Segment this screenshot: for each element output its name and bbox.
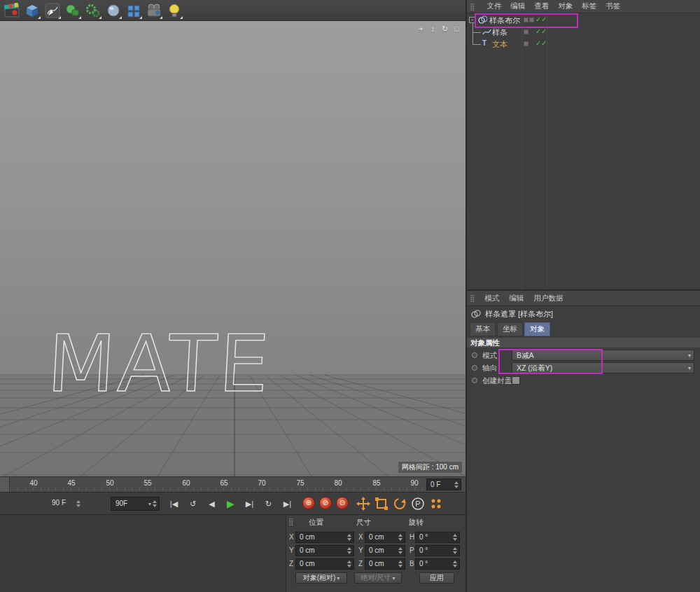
axis-dropdown[interactable]: XZ (沿着Y) ▾ <box>512 362 694 373</box>
menu-bookmarks[interactable]: 书签 <box>606 1 620 11</box>
rotation-b-field[interactable]: 0 ° <box>415 558 460 570</box>
menu-file[interactable]: 文件 <box>486 1 501 11</box>
toggle-view-icon[interactable]: □ <box>452 25 461 34</box>
axis-label: 轴向 <box>482 364 497 373</box>
prev-frame-button[interactable]: ◀ <box>203 495 220 512</box>
size-header: 尺寸 <box>356 518 371 528</box>
cube-primitive-icon[interactable] <box>23 1 41 20</box>
tick-label: 55 <box>144 479 151 487</box>
visibility-dot[interactable] <box>524 29 528 34</box>
enable-check-icon[interactable]: ✓ <box>541 15 547 23</box>
mode-row: 模式 B减A ▾ <box>467 350 700 362</box>
create-cap-row: 创建封盖 <box>467 375 700 387</box>
expand-toggle[interactable]: - <box>469 17 475 23</box>
object-manager-menubar: ⣿ 文件 编辑 查看 对象 标签 书签 <box>467 0 700 13</box>
attribute-title: 样条遮罩 [样条布尔] <box>467 307 553 322</box>
play-backward-button[interactable]: ↺ <box>184 495 202 512</box>
panel-handle-icon[interactable]: ⣿ <box>470 294 475 302</box>
position-x-field[interactable]: 0 cm <box>295 532 354 543</box>
record-pla-icon[interactable] <box>428 496 444 511</box>
enable-check-icon[interactable]: ✓ <box>541 27 547 35</box>
generators-gear-icon[interactable] <box>84 1 102 20</box>
rotation-p-field[interactable]: 0 ° <box>415 545 460 556</box>
panel-handle-icon[interactable]: ⣿ <box>470 3 475 11</box>
tab-object[interactable]: 对象 <box>524 322 550 336</box>
column-divider <box>547 13 547 289</box>
tab-coordinates[interactable]: 坐标 <box>497 322 523 336</box>
position-y-field[interactable]: 0 cm <box>295 545 354 556</box>
spline-pen-icon[interactable] <box>43 1 62 20</box>
frame-range-dropdown[interactable]: 90F ▾ <box>111 497 160 511</box>
create-cap-checkbox[interactable] <box>512 376 520 385</box>
axis-label: Z <box>358 560 363 567</box>
material-manager-area <box>0 515 286 592</box>
size-x-field[interactable]: 0 cm <box>365 532 405 543</box>
autokey-button[interactable]: ⊘ <box>319 497 332 509</box>
tick-label: 50 <box>106 479 113 487</box>
position-z-field[interactable]: 0 cm <box>295 558 354 570</box>
next-frame-button[interactable]: ▶| <box>241 495 258 512</box>
camera-icon[interactable] <box>145 1 163 20</box>
menu-edit[interactable]: 编辑 <box>510 1 525 11</box>
record-parameter-icon[interactable]: P <box>410 496 426 511</box>
play-button[interactable]: ▶ <box>222 495 239 512</box>
enable-check-icon[interactable]: ✓ <box>541 39 547 47</box>
apply-button[interactable]: 应用 <box>419 572 454 584</box>
timeline-playhead[interactable] <box>0 477 10 492</box>
menu-mode[interactable]: 模式 <box>484 294 499 303</box>
animation-dot-icon[interactable] <box>472 352 477 358</box>
zoom-icon[interactable]: ↕ <box>428 25 438 34</box>
coord-abs-dropdown[interactable]: 绝对/尺寸▾ <box>354 572 402 584</box>
animation-dot-icon[interactable] <box>472 365 477 371</box>
loop-button[interactable]: ↻ <box>260 495 277 512</box>
size-z-field[interactable]: 0 cm <box>365 558 405 570</box>
pan-icon[interactable]: + <box>416 25 426 34</box>
end-frame-field[interactable]: 90 F <box>50 497 83 510</box>
array-icon[interactable] <box>125 1 143 20</box>
menu-tags[interactable]: 标签 <box>582 1 596 11</box>
menu-edit[interactable]: 编辑 <box>509 294 524 303</box>
menu-object[interactable]: 对象 <box>558 1 573 11</box>
chevron-down-icon: ▾ <box>688 365 691 371</box>
deformer-sphere-icon[interactable] <box>104 1 122 20</box>
goto-start-button[interactable]: |◀ <box>165 495 183 512</box>
rotation-h-field[interactable]: 0 ° <box>415 532 460 543</box>
current-frame-field[interactable]: 0 F <box>426 479 461 490</box>
coord-mode-dropdown[interactable]: 对象(相对)▾ <box>295 572 347 584</box>
object-label: 文本 <box>492 39 507 50</box>
record-position-icon[interactable] <box>356 496 371 511</box>
section-object-properties[interactable]: 对象属性 <box>467 337 700 348</box>
record-scale-icon[interactable] <box>374 496 389 511</box>
clapperboard-icon[interactable] <box>3 1 21 20</box>
tree-row-spline-boolean[interactable]: - 样条布尔 ✓ ✓ <box>467 15 700 27</box>
menu-user-data[interactable]: 用户数据 <box>533 294 563 303</box>
axis-label: B <box>410 560 414 567</box>
animation-dot-icon[interactable] <box>472 378 477 383</box>
keyframe-selection-button[interactable]: ⊙ <box>336 497 349 509</box>
chevron-down-icon: ▾ <box>688 352 691 359</box>
rotate-view-icon[interactable]: ↻ <box>440 25 449 34</box>
tree-row-spline[interactable]: 样条 ✓ ✓ <box>467 27 700 39</box>
timeline-ruler[interactable]: 40 45 50 55 60 65 70 75 80 85 90 0 F <box>0 476 465 493</box>
visibility-dot[interactable] <box>524 41 528 46</box>
viewport-scene: MATE <box>0 21 465 476</box>
panel-handle-icon[interactable]: ⣿ <box>288 518 293 525</box>
mode-dropdown[interactable]: B减A ▾ <box>512 350 694 361</box>
tab-basic[interactable]: 基本 <box>470 322 496 336</box>
visibility-dot[interactable] <box>529 18 534 22</box>
object-label: 样条 <box>492 27 507 38</box>
axis-label: X <box>358 533 363 541</box>
light-bulb-icon[interactable] <box>165 1 183 20</box>
primitives-icon[interactable] <box>64 1 82 20</box>
visibility-dot[interactable] <box>524 18 528 22</box>
size-y-field[interactable]: 0 cm <box>365 545 405 556</box>
svg-text:P: P <box>415 500 420 508</box>
viewport-3d[interactable]: + ↕ ↻ □ MATE 网格间距 : 100 cm <box>0 21 465 476</box>
axis-label: H <box>410 533 414 541</box>
record-rotation-icon[interactable] <box>392 496 407 511</box>
record-keyframe-button[interactable]: ⊕ <box>302 497 315 509</box>
menu-view[interactable]: 查看 <box>534 1 549 11</box>
axis-row: 轴向 XZ (沿着Y) ▾ <box>467 362 700 374</box>
goto-end-button[interactable]: ▶| <box>279 495 296 512</box>
tree-row-text[interactable]: T 文本 ✓ ✓ <box>467 39 700 50</box>
